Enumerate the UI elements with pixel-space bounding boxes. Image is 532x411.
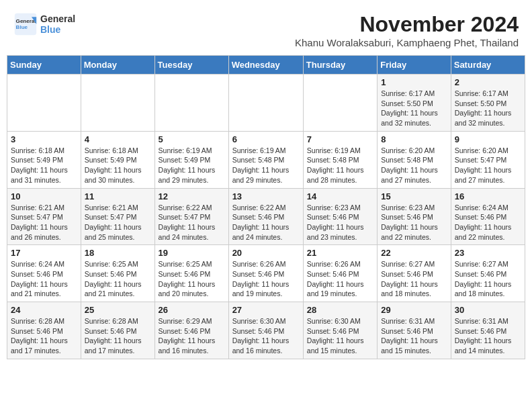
page-title: November 2024	[295, 12, 519, 37]
day-info: Sunrise: 6:17 AM Sunset: 5:50 PM Dayligh…	[381, 89, 447, 128]
calendar-day-cell: 19Sunrise: 6:25 AM Sunset: 5:46 PM Dayli…	[154, 245, 228, 302]
calendar-day-cell: 20Sunrise: 6:26 AM Sunset: 5:46 PM Dayli…	[228, 245, 303, 302]
logo-text: General Blue	[40, 13, 75, 35]
day-info: Sunrise: 6:25 AM Sunset: 5:46 PM Dayligh…	[159, 259, 225, 299]
calendar-day-cell: 18Sunrise: 6:25 AM Sunset: 5:46 PM Dayli…	[81, 245, 154, 302]
day-number: 2	[455, 77, 521, 87]
calendar-day-cell: 7Sunrise: 6:19 AM Sunset: 5:48 PM Daylig…	[303, 131, 377, 188]
day-info: Sunrise: 6:22 AM Sunset: 5:46 PM Dayligh…	[232, 203, 300, 242]
calendar-day-cell	[228, 75, 303, 132]
calendar-day-cell: 17Sunrise: 6:24 AM Sunset: 5:46 PM Dayli…	[7, 245, 81, 302]
day-number: 1	[381, 77, 447, 87]
calendar-week-row: 17Sunrise: 6:24 AM Sunset: 5:46 PM Dayli…	[7, 245, 525, 302]
calendar-day-cell: 16Sunrise: 6:24 AM Sunset: 5:46 PM Dayli…	[451, 188, 525, 245]
calendar-day-cell: 26Sunrise: 6:29 AM Sunset: 5:46 PM Dayli…	[154, 302, 228, 359]
day-info: Sunrise: 6:31 AM Sunset: 5:46 PM Dayligh…	[381, 316, 447, 356]
page-header: General Blue General Blue November 2024 …	[7, 7, 525, 51]
day-info: Sunrise: 6:20 AM Sunset: 5:48 PM Dayligh…	[381, 146, 447, 185]
day-number: 27	[232, 305, 300, 315]
day-info: Sunrise: 6:24 AM Sunset: 5:46 PM Dayligh…	[455, 203, 521, 242]
day-info: Sunrise: 6:22 AM Sunset: 5:47 PM Dayligh…	[159, 203, 225, 242]
day-info: Sunrise: 6:23 AM Sunset: 5:46 PM Dayligh…	[381, 203, 447, 242]
svg-text:General: General	[16, 18, 36, 24]
day-info: Sunrise: 6:24 AM Sunset: 5:46 PM Dayligh…	[11, 259, 77, 299]
weekday-header: Friday	[378, 56, 451, 75]
day-info: Sunrise: 6:30 AM Sunset: 5:46 PM Dayligh…	[232, 316, 300, 356]
day-info: Sunrise: 6:19 AM Sunset: 5:49 PM Dayligh…	[159, 146, 225, 185]
svg-text:Blue: Blue	[16, 24, 28, 30]
calendar-day-cell: 29Sunrise: 6:31 AM Sunset: 5:46 PM Dayli…	[378, 302, 451, 359]
day-info: Sunrise: 6:19 AM Sunset: 5:48 PM Dayligh…	[232, 146, 300, 185]
calendar-day-cell: 9Sunrise: 6:20 AM Sunset: 5:47 PM Daylig…	[451, 131, 525, 188]
calendar-day-cell: 14Sunrise: 6:23 AM Sunset: 5:46 PM Dayli…	[303, 188, 377, 245]
day-info: Sunrise: 6:18 AM Sunset: 5:49 PM Dayligh…	[11, 146, 77, 185]
calendar-day-cell: 3Sunrise: 6:18 AM Sunset: 5:49 PM Daylig…	[7, 131, 81, 188]
day-number: 28	[307, 305, 373, 315]
day-info: Sunrise: 6:19 AM Sunset: 5:48 PM Dayligh…	[307, 146, 373, 185]
day-number: 11	[85, 191, 151, 201]
page-subtitle: Khanu Woralaksaburi, Kamphaeng Phet, Tha…	[295, 37, 519, 48]
day-info: Sunrise: 6:26 AM Sunset: 5:46 PM Dayligh…	[232, 259, 300, 299]
day-number: 24	[11, 305, 77, 315]
calendar-week-row: 24Sunrise: 6:28 AM Sunset: 5:46 PM Dayli…	[7, 302, 525, 359]
calendar-day-cell: 28Sunrise: 6:30 AM Sunset: 5:46 PM Dayli…	[303, 302, 377, 359]
day-number: 17	[11, 248, 77, 258]
day-info: Sunrise: 6:27 AM Sunset: 5:46 PM Dayligh…	[455, 259, 521, 299]
calendar-day-cell: 13Sunrise: 6:22 AM Sunset: 5:46 PM Dayli…	[228, 188, 303, 245]
weekday-header: Monday	[81, 56, 154, 75]
day-info: Sunrise: 6:27 AM Sunset: 5:46 PM Dayligh…	[381, 259, 447, 299]
day-info: Sunrise: 6:29 AM Sunset: 5:46 PM Dayligh…	[159, 316, 225, 356]
calendar-day-cell: 11Sunrise: 6:21 AM Sunset: 5:47 PM Dayli…	[81, 188, 154, 245]
day-number: 22	[381, 248, 447, 258]
weekday-header: Wednesday	[228, 56, 303, 75]
calendar-day-cell: 5Sunrise: 6:19 AM Sunset: 5:49 PM Daylig…	[154, 131, 228, 188]
day-info: Sunrise: 6:21 AM Sunset: 5:47 PM Dayligh…	[11, 203, 77, 242]
day-number: 23	[455, 248, 521, 258]
calendar-day-cell: 1Sunrise: 6:17 AM Sunset: 5:50 PM Daylig…	[378, 75, 451, 132]
day-number: 19	[159, 248, 225, 258]
calendar-week-row: 1Sunrise: 6:17 AM Sunset: 5:50 PM Daylig…	[7, 75, 525, 132]
day-number: 18	[85, 248, 151, 258]
calendar-day-cell: 25Sunrise: 6:28 AM Sunset: 5:46 PM Dayli…	[81, 302, 154, 359]
calendar-day-cell: 15Sunrise: 6:23 AM Sunset: 5:46 PM Dayli…	[378, 188, 451, 245]
day-number: 29	[381, 305, 447, 315]
day-info: Sunrise: 6:28 AM Sunset: 5:46 PM Dayligh…	[85, 316, 151, 356]
day-number: 21	[307, 248, 373, 258]
calendar-day-cell: 2Sunrise: 6:17 AM Sunset: 5:50 PM Daylig…	[451, 75, 525, 132]
day-number: 30	[455, 305, 521, 315]
calendar-day-cell	[154, 75, 228, 132]
calendar-week-row: 3Sunrise: 6:18 AM Sunset: 5:49 PM Daylig…	[7, 131, 525, 188]
day-info: Sunrise: 6:28 AM Sunset: 5:46 PM Dayligh…	[11, 316, 77, 356]
calendar-day-cell: 4Sunrise: 6:18 AM Sunset: 5:49 PM Daylig…	[81, 131, 154, 188]
calendar-day-cell: 6Sunrise: 6:19 AM Sunset: 5:48 PM Daylig…	[228, 131, 303, 188]
calendar-day-cell: 24Sunrise: 6:28 AM Sunset: 5:46 PM Dayli…	[7, 302, 81, 359]
logo-icon: General Blue	[13, 12, 38, 36]
calendar-day-cell: 8Sunrise: 6:20 AM Sunset: 5:48 PM Daylig…	[378, 131, 451, 188]
calendar-day-cell: 10Sunrise: 6:21 AM Sunset: 5:47 PM Dayli…	[7, 188, 81, 245]
day-info: Sunrise: 6:17 AM Sunset: 5:50 PM Dayligh…	[455, 89, 521, 128]
day-number: 15	[381, 191, 447, 201]
day-number: 7	[307, 134, 373, 144]
day-number: 13	[232, 191, 300, 201]
calendar-day-cell: 12Sunrise: 6:22 AM Sunset: 5:47 PM Dayli…	[154, 188, 228, 245]
calendar-table: SundayMondayTuesdayWednesdayThursdayFrid…	[7, 55, 525, 359]
day-info: Sunrise: 6:21 AM Sunset: 5:47 PM Dayligh…	[85, 203, 151, 242]
day-info: Sunrise: 6:31 AM Sunset: 5:46 PM Dayligh…	[455, 316, 521, 356]
day-info: Sunrise: 6:25 AM Sunset: 5:46 PM Dayligh…	[85, 259, 151, 299]
day-number: 10	[11, 191, 77, 201]
day-number: 14	[307, 191, 373, 201]
day-info: Sunrise: 6:18 AM Sunset: 5:49 PM Dayligh…	[85, 146, 151, 185]
weekday-header: Tuesday	[154, 56, 228, 75]
calendar-day-cell: 21Sunrise: 6:26 AM Sunset: 5:46 PM Dayli…	[303, 245, 377, 302]
day-number: 12	[159, 191, 225, 201]
title-block: November 2024 Khanu Woralaksaburi, Kamph…	[295, 12, 519, 48]
weekday-header: Sunday	[7, 56, 81, 75]
calendar-header-row: SundayMondayTuesdayWednesdayThursdayFrid…	[7, 56, 525, 75]
calendar-day-cell: 23Sunrise: 6:27 AM Sunset: 5:46 PM Dayli…	[451, 245, 525, 302]
calendar-day-cell: 27Sunrise: 6:30 AM Sunset: 5:46 PM Dayli…	[228, 302, 303, 359]
day-number: 8	[381, 134, 447, 144]
calendar-day-cell: 22Sunrise: 6:27 AM Sunset: 5:46 PM Dayli…	[378, 245, 451, 302]
weekday-header: Thursday	[303, 56, 377, 75]
calendar-day-cell	[303, 75, 377, 132]
day-number: 20	[232, 248, 300, 258]
